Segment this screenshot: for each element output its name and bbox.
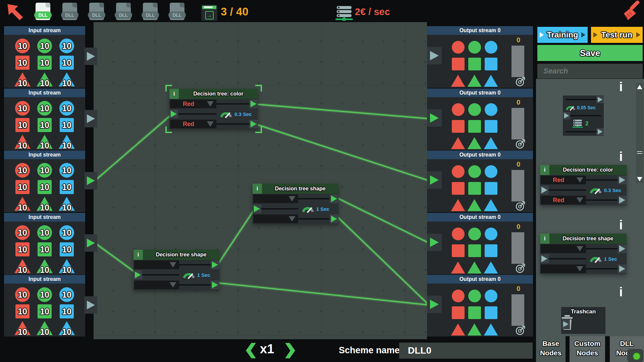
node-output-port[interactable] (330, 194, 338, 203)
dll-file-tab-4[interactable]: DLL (141, 3, 159, 21)
target-goal-icon[interactable] (514, 324, 526, 336)
speed-gauge[interactable]: 0.3 Sec (586, 186, 622, 194)
node-output-port[interactable] (596, 96, 604, 103)
scroll-up-icon[interactable] (637, 85, 642, 89)
tree-node[interactable]: iDecision tree shape1 Sec (540, 234, 627, 274)
node-output-port[interactable] (211, 281, 219, 289)
node-input-port[interactable] (133, 270, 142, 279)
speed-gauge[interactable]: 1 Sec (298, 205, 329, 213)
option-dropdown[interactable]: Red (170, 100, 216, 108)
target-goal-icon[interactable] (514, 200, 526, 212)
input-stream-output-port[interactable] (85, 234, 97, 252)
shape-count-label: 10 (40, 228, 49, 238)
node-input-port[interactable] (169, 110, 178, 118)
node-info-button[interactable]: i (253, 184, 262, 194)
save-button[interactable]: Save (537, 45, 643, 61)
search-input[interactable] (537, 64, 643, 78)
scheme-name-input[interactable] (399, 343, 533, 359)
dll-file-tab-1[interactable]: DLL (60, 3, 78, 21)
info-icon[interactable]: i (619, 219, 623, 231)
option-dropdown[interactable] (541, 244, 586, 253)
tree-node[interactable]: iDecision tree: colorRed0.3 SecRed (540, 165, 627, 205)
option-value: Red (170, 101, 207, 108)
trashcan-title: Trashcan (561, 307, 605, 315)
circle-green-shape: 10 (37, 287, 52, 302)
speed-gauge[interactable]: 1 Sec (179, 271, 210, 279)
square-green-shape (468, 58, 481, 70)
option-dropdown[interactable] (134, 260, 179, 269)
scheme-canvas[interactable] (94, 22, 427, 339)
output-stream-input-port[interactable] (427, 171, 442, 189)
palette-scrollbar[interactable] (636, 83, 643, 183)
shape-count-label: 10 (18, 166, 27, 175)
dll-file-icon: DLL (116, 3, 131, 20)
node-info-button[interactable]: i (540, 234, 549, 244)
target-goal-icon[interactable] (514, 262, 526, 274)
tri-green-shape (468, 75, 482, 87)
back-button[interactable] (5, 2, 25, 21)
option-dropdown[interactable] (134, 281, 179, 289)
output-stream-input-port[interactable] (427, 47, 442, 64)
palette-delay-node[interactable]: 0.05 Sec2 (563, 96, 604, 136)
palette-tab-base-nodes[interactable]: Base Nodes (536, 336, 566, 362)
speed-gauge[interactable]: 1 Sec (586, 255, 617, 263)
input-stream-output-port[interactable] (85, 48, 97, 65)
input-stream-output-port[interactable] (85, 110, 97, 127)
node-output-port[interactable] (618, 176, 627, 184)
node-output-port[interactable] (618, 264, 627, 273)
target-goal-icon[interactable] (514, 138, 526, 149)
node-input-port[interactable] (563, 112, 570, 119)
option-dropdown[interactable]: Red (541, 176, 586, 184)
node-output-port[interactable] (249, 100, 258, 108)
option-dropdown[interactable] (541, 264, 586, 273)
info-icon[interactable]: i (619, 150, 623, 163)
output-stream-panel-3: Output stream 00 (427, 213, 533, 275)
shape-count-label: 10 (40, 290, 49, 300)
test-run-button[interactable]: Test run (591, 27, 643, 43)
node-title: Decision tree: color (549, 165, 627, 175)
option-dropdown[interactable]: Red (541, 196, 586, 204)
dll-file-tab-3[interactable]: DLL (114, 3, 132, 21)
output-stream-input-port[interactable] (427, 296, 442, 313)
speed-gauge[interactable]: 0.3 Sec (216, 110, 252, 118)
node-output-port[interactable] (618, 244, 627, 253)
tree-node[interactable]: iDecision tree shape1 Sec (253, 184, 338, 224)
option-dropdown[interactable] (253, 215, 298, 223)
node-info-button[interactable]: i (540, 165, 549, 175)
info-icon[interactable]: i (619, 80, 623, 93)
tree-node[interactable]: iDecision tree: colorRed0.3 SecRed (169, 89, 258, 129)
option-dropdown[interactable] (253, 194, 298, 203)
tri-green-shape: 10 (37, 197, 53, 211)
scroll-down-icon[interactable] (637, 177, 642, 181)
palette-trashcan-node[interactable]: Trashcan (561, 307, 605, 334)
input-stream-output-port[interactable] (85, 172, 97, 189)
input-stream-panel-4: Input stream101010101010101010 (4, 275, 85, 337)
speed-up-button[interactable] (285, 343, 295, 358)
target-goal-icon[interactable] (514, 76, 526, 87)
node-output-port[interactable] (330, 215, 338, 223)
dll-file-tab-0[interactable]: DLL (34, 3, 52, 21)
node-output-port[interactable] (211, 260, 219, 269)
node-info-button[interactable]: i (133, 250, 143, 260)
output-stream-input-port[interactable] (427, 234, 442, 251)
speed-down-button[interactable] (246, 343, 256, 358)
training-button[interactable]: Training (537, 27, 588, 43)
node-input-port[interactable] (540, 186, 549, 194)
node-output-port[interactable] (596, 128, 604, 135)
output-stream-input-port[interactable] (427, 109, 442, 127)
node-input-port[interactable] (540, 254, 549, 263)
palette-tab-custom-nodes[interactable]: Custom Nodes (570, 336, 605, 362)
tree-node[interactable]: iDecision tree shape1 Sec (133, 250, 219, 290)
node-output-port[interactable] (618, 196, 627, 204)
dll-file-tab-5[interactable]: DLL (168, 3, 186, 21)
option-dropdown[interactable]: Red (170, 120, 216, 128)
node-input-port[interactable] (253, 204, 261, 213)
info-icon[interactable]: i (619, 286, 623, 298)
dll-file-tab-2[interactable]: DLL (87, 3, 105, 21)
trashcan-input-port[interactable] (562, 319, 570, 329)
input-stream-output-port[interactable] (85, 296, 97, 314)
speed-value: 1 Sec (316, 206, 329, 212)
output-count: 0 (517, 223, 520, 231)
clear-canvas-button[interactable] (619, 1, 643, 21)
gauge-icon (589, 186, 602, 194)
